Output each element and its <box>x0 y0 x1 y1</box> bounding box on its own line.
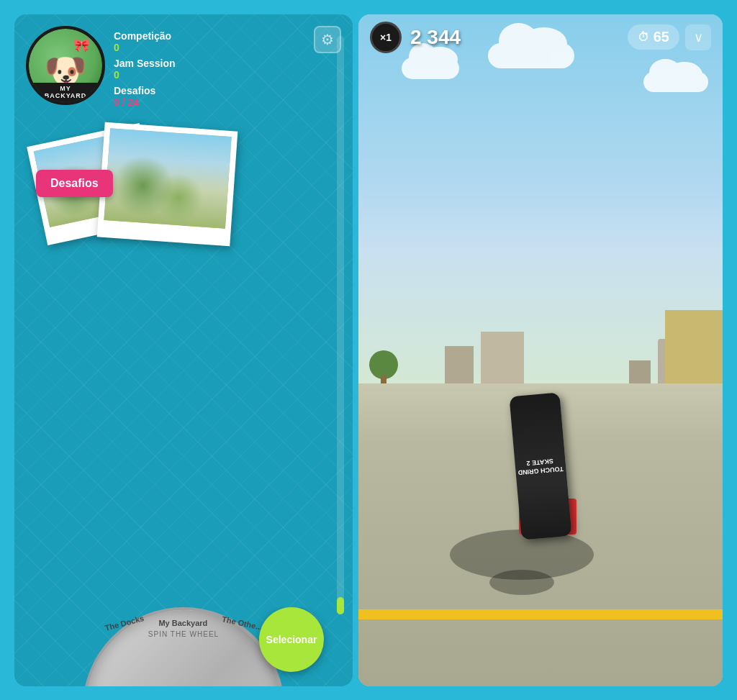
hud-top-bar: ×1 2 344 ⏱ 65 ∨ <box>358 14 723 60</box>
avatar: 🐶 🎀 MY BACKYARD <box>26 26 105 105</box>
avatar-bow-icon: 🎀 <box>73 37 89 53</box>
wheel-item-1: The Docks <box>104 614 145 632</box>
app-frame: 🐶 🎀 MY BACKYARD Competição 0 Jam <box>9 9 728 692</box>
hud-right-group: ⏱ 65 ∨ <box>628 24 711 50</box>
wheel-items: The Docks My Backyard The Othe... <box>104 619 263 627</box>
left-panel: 🐶 🎀 MY BACKYARD Competição 0 Jam <box>14 14 353 686</box>
desafios-button[interactable]: Desafios <box>36 170 113 197</box>
timer-value: 65 <box>654 29 669 45</box>
timer-icon: ⏱ <box>638 31 649 44</box>
desafios-label: Desafios <box>114 85 305 96</box>
multiplier-badge: ×1 <box>370 22 402 53</box>
yellow-rail <box>358 609 723 619</box>
competicao-value: 0 <box>114 42 305 53</box>
spin-wheel[interactable]: The Docks My Backyard The Othe... SPIN T… <box>83 607 284 686</box>
polaroid-photo-2[interactable] <box>97 122 238 246</box>
left-header: 🐶 🎀 MY BACKYARD Competição 0 Jam <box>14 14 353 112</box>
avatar-label: MY BACKYARD <box>29 83 102 102</box>
bottom-wheel-area: The Docks My Backyard The Othe... SPIN T… <box>14 607 353 686</box>
gear-icon: ⚙ <box>321 31 334 48</box>
competicao-label: Competição <box>114 30 305 42</box>
right-panel: DANGER! KEEP OUT TOUCH GRIND SKATE 2 ×1 … <box>358 14 723 686</box>
cloud-3 <box>643 72 708 92</box>
shadow-small <box>489 570 554 595</box>
stats-block: Competição 0 Jam Session 0 Desafios 0 / … <box>114 26 305 112</box>
jam-value: 0 <box>114 69 305 81</box>
jam-label: Jam Session <box>114 58 305 69</box>
photos-area: Desafios <box>14 127 353 607</box>
score-display: 2 344 <box>410 26 619 49</box>
desafios-value: 0 / 24 <box>114 96 305 108</box>
timer-display: ⏱ 65 <box>628 24 679 50</box>
wheel-container[interactable]: The Docks My Backyard The Othe... SPIN T… <box>76 607 291 686</box>
wheel-item-2: My Backyard <box>158 619 207 627</box>
spin-wheel-label: SPIN THE WHEEL <box>148 630 219 638</box>
wheel-item-3: The Othe... <box>222 614 263 632</box>
game-scene: DANGER! KEEP OUT TOUCH GRIND SKATE 2 ×1 … <box>358 14 723 686</box>
jam-stat: Jam Session 0 <box>114 58 305 81</box>
select-button[interactable]: Selecionar <box>259 607 324 672</box>
chevron-down-button[interactable]: ∨ <box>685 24 711 50</box>
competicao-stat: Competição 0 <box>114 30 305 53</box>
polaroid-img-2 <box>104 128 232 228</box>
cloud-1 <box>402 58 459 79</box>
board-logo: TOUCH GRIND SKATE 2 <box>517 456 564 477</box>
desafios-stat: Desafios 0 / 24 <box>114 85 305 108</box>
